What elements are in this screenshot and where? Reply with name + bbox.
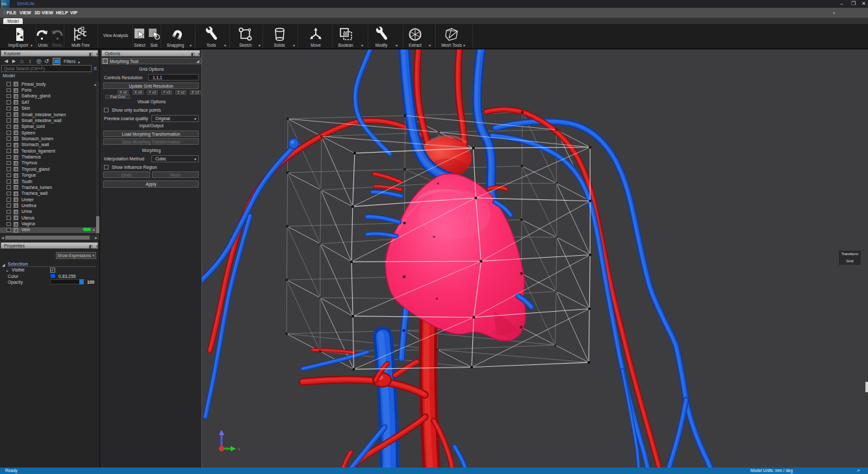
svg-text:Y: Y bbox=[238, 447, 240, 451]
